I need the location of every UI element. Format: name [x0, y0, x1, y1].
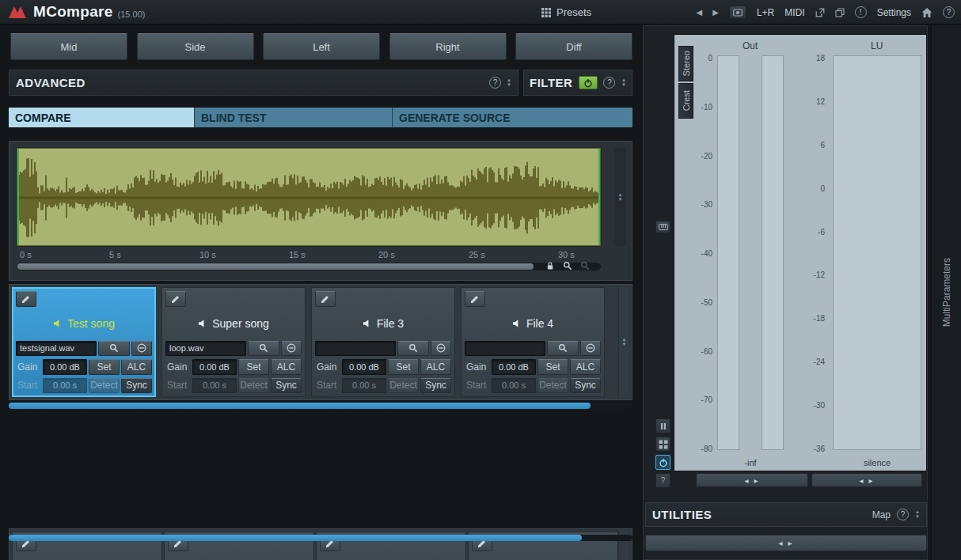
- lu-meter-range-slider[interactable]: ◂ ▸: [811, 473, 922, 487]
- midi-button[interactable]: MIDI: [784, 7, 804, 18]
- bottom-scrollbar[interactable]: ◂ ▸: [645, 535, 927, 551]
- advanced-section-header[interactable]: ADVANCED ? ▲▼: [9, 70, 518, 96]
- channel-button-side[interactable]: Side: [137, 33, 254, 60]
- set-button[interactable]: Set: [89, 359, 120, 375]
- prev-preset-button[interactable]: ◀: [697, 8, 703, 17]
- out-meter-range-slider[interactable]: ◂ ▸: [696, 473, 808, 487]
- sync-button[interactable]: Sync: [570, 378, 601, 394]
- channel-button-mid[interactable]: Mid: [10, 33, 127, 60]
- gain-value[interactable]: 0.00 dB: [342, 359, 386, 375]
- pause-button[interactable]: [655, 418, 670, 433]
- file-name-input[interactable]: [165, 341, 246, 357]
- float-window-button[interactable]: [835, 8, 845, 17]
- start-value[interactable]: 0.00 s: [342, 378, 386, 394]
- channel-button-right[interactable]: Right: [389, 33, 507, 60]
- remove-button[interactable]: [580, 341, 601, 357]
- start-value[interactable]: 0.00 s: [43, 378, 87, 394]
- filter-collapse-arrows[interactable]: ▲▼: [621, 78, 626, 87]
- browse-button[interactable]: [98, 341, 130, 357]
- slot-name[interactable]: File 4: [512, 316, 553, 331]
- detect-button[interactable]: Detect: [89, 378, 120, 394]
- loop-marker-end[interactable]: [598, 149, 600, 245]
- channel-mode-button[interactable]: L+R: [757, 7, 774, 18]
- channel-button-left[interactable]: Left: [263, 33, 380, 60]
- alc-button[interactable]: ALC: [121, 359, 152, 375]
- meter-help-button[interactable]: ?: [655, 473, 670, 488]
- file-slot-3[interactable]: File 3 Gain 0.00 dB Set ALC Start 0.00 s…: [311, 287, 455, 397]
- detect-button[interactable]: Detect: [537, 378, 568, 394]
- edit-button[interactable]: [16, 291, 36, 307]
- edit-button[interactable]: [465, 291, 485, 307]
- tab-generate-source[interactable]: GENERATE SOURCE: [393, 108, 632, 127]
- advanced-collapse-arrows[interactable]: ▲▼: [507, 78, 511, 87]
- utilities-section-header[interactable]: UTILITIES Map ? ▲▼: [645, 502, 927, 527]
- file-panel-collapse-arrows[interactable]: ▲▼: [622, 338, 627, 346]
- set-button[interactable]: Set: [238, 359, 269, 375]
- waveform-display[interactable]: [17, 148, 601, 246]
- remove-button[interactable]: [431, 341, 451, 357]
- browse-button[interactable]: [397, 341, 429, 357]
- advanced-help-button[interactable]: ?: [489, 77, 501, 89]
- browse-button[interactable]: [248, 341, 279, 357]
- zoom-in-icon[interactable]: [563, 261, 572, 271]
- browse-button[interactable]: [547, 341, 579, 357]
- start-value[interactable]: 0.00 s: [192, 378, 237, 394]
- sync-button[interactable]: Sync: [121, 378, 152, 394]
- filter-power-button[interactable]: [579, 76, 598, 89]
- tab-blind-test[interactable]: BLIND TEST: [195, 108, 393, 127]
- utilities-collapse-arrows[interactable]: ▲▼: [915, 510, 920, 519]
- detect-button[interactable]: Detect: [388, 378, 419, 394]
- tab-compare[interactable]: COMPARE: [9, 108, 195, 127]
- alc-button[interactable]: ALC: [420, 359, 451, 375]
- slot-name[interactable]: File 3: [363, 316, 404, 331]
- remove-button[interactable]: [281, 341, 302, 357]
- filter-section-header[interactable]: FILTER ? ▲▼: [523, 70, 632, 96]
- utilities-help-button[interactable]: ?: [897, 509, 909, 520]
- file-slot-1[interactable]: Test song Gain 0.00 dB Set ALC Start 0.0…: [12, 287, 156, 397]
- slot-name[interactable]: Super song: [198, 316, 269, 331]
- detect-button[interactable]: Detect: [238, 378, 269, 394]
- waveform-resize-strip[interactable]: ▲▼: [614, 148, 626, 246]
- waveform-scrollbar-thumb[interactable]: [17, 263, 534, 270]
- gain-value[interactable]: 0.00 dB: [492, 359, 536, 375]
- meter-power-button[interactable]: [655, 455, 670, 470]
- help-button[interactable]: ?: [943, 6, 955, 18]
- keyboard-button[interactable]: [655, 221, 670, 233]
- file-slots-scrollbar[interactable]: [9, 403, 632, 409]
- file-slots-scrollbar-thumb[interactable]: [9, 403, 591, 409]
- layout-button[interactable]: [655, 437, 670, 452]
- multiparameters-strip[interactable]: MultiParameters: [931, 25, 961, 560]
- gain-value[interactable]: 0.00 dB: [43, 359, 87, 375]
- file-slot-2[interactable]: Super song Gain 0.00 dB Set ALC Start 0.…: [161, 287, 306, 397]
- alc-button[interactable]: ALC: [271, 359, 302, 375]
- filter-help-button[interactable]: ?: [603, 77, 615, 89]
- waveform-collapse-arrows[interactable]: ▲▼: [618, 193, 623, 202]
- file-panel-resize-strip[interactable]: ▲▼: [618, 287, 629, 397]
- sync-button[interactable]: Sync: [420, 378, 451, 394]
- popout-button[interactable]: [815, 8, 825, 17]
- start-value[interactable]: 0.00 s: [492, 378, 536, 394]
- gain-value[interactable]: 0.00 dB: [192, 359, 237, 375]
- snapshot-button[interactable]: [729, 6, 746, 19]
- map-button[interactable]: Map: [872, 509, 891, 520]
- tab-stereo[interactable]: Stereo: [678, 46, 693, 81]
- alert-button[interactable]: !: [855, 6, 867, 18]
- edit-button[interactable]: [315, 291, 336, 307]
- set-button[interactable]: Set: [537, 359, 568, 375]
- next-preset-button[interactable]: ▶: [712, 8, 719, 17]
- source-slots-scrollbar[interactable]: [9, 535, 632, 541]
- edit-button[interactable]: [165, 291, 186, 307]
- waveform-scrollbar[interactable]: [17, 263, 601, 271]
- set-button[interactable]: Set: [388, 359, 419, 375]
- file-name-input[interactable]: [16, 341, 97, 357]
- zoom-out-icon[interactable]: [580, 261, 590, 271]
- file-slot-4[interactable]: File 4 Gain 0.00 dB Set ALC Start 0.00 s…: [461, 287, 605, 397]
- channel-button-diff[interactable]: Diff: [515, 33, 632, 60]
- tab-crest[interactable]: Crest: [678, 83, 693, 119]
- loop-marker-start[interactable]: [17, 149, 19, 245]
- remove-button[interactable]: [131, 341, 152, 357]
- source-slots-scrollbar-thumb[interactable]: [9, 535, 582, 541]
- file-name-input[interactable]: [465, 341, 545, 357]
- settings-button[interactable]: Settings: [877, 7, 911, 18]
- file-name-input[interactable]: [315, 341, 396, 357]
